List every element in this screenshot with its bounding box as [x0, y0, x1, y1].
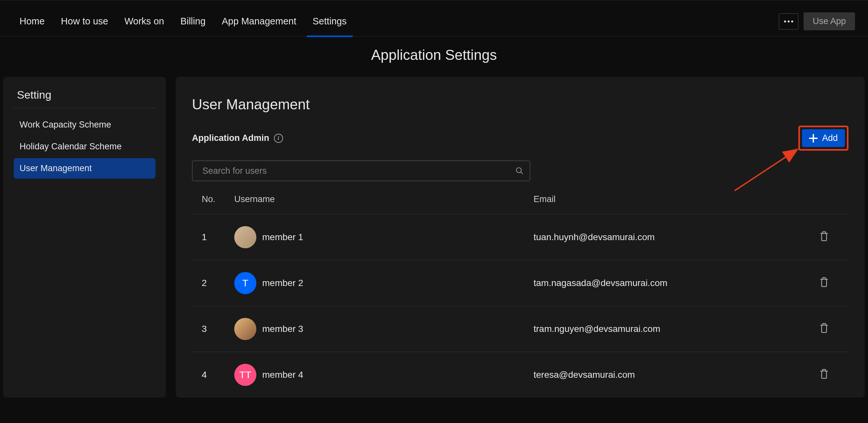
info-icon[interactable]: i — [274, 134, 283, 143]
more-icon — [784, 21, 793, 23]
nav-settings[interactable]: Settings — [313, 6, 347, 36]
main-panel: User Management Application Admin i Add — [176, 77, 865, 398]
users-table: No. Username Email 1 member 1 tuan.huynh… — [192, 194, 848, 398]
svg-point-2 — [516, 168, 521, 173]
trash-icon[interactable] — [819, 231, 829, 242]
svg-line-1 — [735, 150, 797, 191]
nav-app-management[interactable]: App Management — [222, 6, 297, 36]
row-no: 2 — [202, 278, 234, 288]
use-app-button[interactable]: Use App — [804, 12, 855, 30]
main-title: User Management — [192, 96, 848, 113]
row-email: teresa@devsamurai.com — [533, 370, 819, 380]
admin-label-text: Application Admin — [192, 133, 269, 143]
svg-line-3 — [521, 172, 523, 174]
page-title: Application Settings — [0, 36, 868, 77]
more-button[interactable] — [779, 13, 798, 30]
row-no: 4 — [202, 370, 234, 380]
plus-icon — [809, 134, 817, 143]
col-username: Username — [234, 194, 533, 204]
trash-icon[interactable] — [819, 368, 829, 380]
row-no: 1 — [202, 232, 234, 242]
admin-label: Application Admin i — [192, 133, 283, 143]
sidebar-item-work-capacity[interactable]: Work Capacity Scheme — [14, 115, 156, 135]
col-no: No. — [202, 194, 234, 204]
row-email: tram.nguyen@devsamurai.com — [533, 324, 819, 334]
nav-billing[interactable]: Billing — [180, 6, 205, 36]
add-button-highlight: Add — [798, 126, 848, 151]
table-header: No. Username Email — [192, 194, 848, 214]
sidebar: Setting Work Capacity Scheme Holiday Cal… — [3, 77, 166, 398]
trash-icon[interactable] — [819, 277, 829, 288]
row-email: tuan.huynh@devsamurai.com — [533, 232, 819, 242]
avatar — [234, 226, 256, 248]
row-username: member 4 — [262, 370, 303, 380]
row-username: member 2 — [262, 278, 303, 288]
trash-icon[interactable] — [819, 323, 829, 334]
avatar: T — [234, 272, 256, 294]
annotation-arrow — [731, 145, 803, 194]
row-username: member 3 — [262, 324, 303, 334]
sidebar-item-user-management[interactable]: User Management — [14, 158, 156, 179]
table-row: 4 TT member 4 teresa@devsamurai.com — [192, 352, 848, 398]
top-nav: Home How to use Works on Billing App Man… — [0, 6, 868, 36]
add-button-label: Add — [822, 133, 838, 143]
add-button[interactable]: Add — [802, 129, 845, 147]
table-row: 1 member 1 tuan.huynh@devsamurai.com — [192, 214, 848, 260]
table-row: 3 member 3 tram.nguyen@devsamurai.com — [192, 306, 848, 352]
nav-how-to-use[interactable]: How to use — [61, 6, 108, 36]
nav-home[interactable]: Home — [20, 6, 44, 36]
col-email: Email — [533, 194, 819, 204]
avatar: TT — [234, 364, 256, 386]
row-no: 3 — [202, 324, 234, 334]
table-row: 2 T member 2 tam.nagasada@devsamurai.com — [192, 260, 848, 306]
sidebar-divider — [14, 108, 156, 108]
row-email: tam.nagasada@devsamurai.com — [533, 278, 819, 288]
row-username: member 1 — [262, 232, 303, 242]
sidebar-item-holiday-calendar[interactable]: Holiday Calendar Scheme — [14, 136, 156, 157]
search-icon — [515, 167, 524, 175]
sidebar-title: Setting — [14, 89, 156, 101]
search-input[interactable] — [192, 160, 530, 181]
nav-works-on[interactable]: Works on — [124, 6, 164, 36]
avatar — [234, 318, 256, 340]
